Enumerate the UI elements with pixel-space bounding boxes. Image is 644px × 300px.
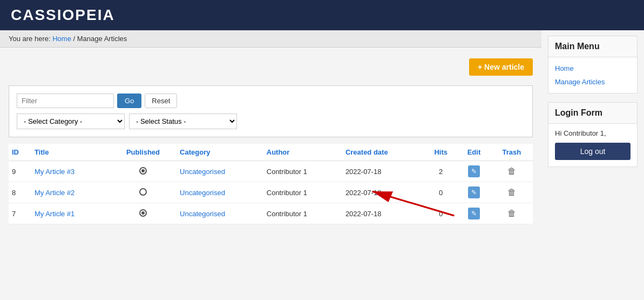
cell-edit: ✎ [457, 161, 490, 182]
article-title-link[interactable]: My Article #2 [35, 189, 74, 197]
breadcrumb-separator: / [73, 35, 77, 43]
filter-row-1: Go Reset [17, 94, 525, 108]
cell-hits: 0 [424, 182, 457, 203]
table-header-row: ID Title Published Category Author Creat… [9, 144, 533, 161]
main-menu-title: Main Menu [548, 36, 637, 57]
category-link[interactable]: Uncategorised [180, 168, 225, 176]
col-published: Published [110, 144, 177, 161]
col-hits: Hits [424, 144, 457, 161]
col-id: ID [9, 144, 31, 161]
edit-icon[interactable]: ✎ [468, 165, 480, 177]
main-content: You are here: Home / Manage Articles + N… [0, 30, 541, 230]
articles-table-wrapper: ID Title Published Category Author Creat… [9, 144, 533, 224]
cell-id: 7 [9, 203, 31, 224]
logout-button[interactable]: Log out [555, 143, 631, 160]
site-header: CASSIOPEIA [0, 0, 644, 30]
cell-edit: ✎ [457, 203, 490, 224]
cell-trash: 🗑 [491, 161, 533, 182]
published-indicator-filled [139, 167, 147, 175]
main-menu-section: Main Menu Home Manage Articles [548, 36, 638, 94]
cell-title: My Article #3 [31, 161, 110, 182]
trash-icon[interactable]: 🗑 [507, 188, 516, 197]
breadcrumb-prefix: You are here: [9, 35, 51, 43]
new-article-button[interactable]: + New article [469, 58, 533, 76]
login-form-section: Login Form Hi Contributor 1, Log out [548, 102, 638, 167]
go-button[interactable]: Go [117, 94, 141, 108]
published-indicator-filled [139, 209, 147, 217]
cell-created-date: 2022-07-18 [342, 182, 424, 203]
cell-trash: 🗑 [491, 182, 533, 203]
published-indicator-empty [139, 188, 147, 196]
articles-table: ID Title Published Category Author Creat… [9, 144, 533, 224]
col-edit: Edit [457, 144, 490, 161]
trash-icon[interactable]: 🗑 [507, 166, 516, 176]
table-row: 8My Article #2UncategorisedContributor 1… [9, 182, 533, 203]
cell-created-date: 2022-07-18 [342, 203, 424, 224]
col-title: Title [31, 144, 110, 161]
sidebar-item-manage-articles[interactable]: Manage Articles [548, 75, 637, 89]
cell-title: My Article #1 [31, 203, 110, 224]
main-menu-nav: Home Manage Articles [548, 57, 637, 93]
sidebar: Main Menu Home Manage Articles Login For… [541, 30, 644, 230]
toolbar: + New article [9, 53, 533, 81]
reset-button[interactable]: Reset [145, 94, 177, 108]
breadcrumb: You are here: Home / Manage Articles [0, 30, 541, 48]
cell-id: 9 [9, 161, 31, 182]
article-title-link[interactable]: My Article #3 [35, 168, 74, 176]
cell-edit: ✎ [457, 182, 490, 203]
col-author: Author [263, 144, 342, 161]
category-select[interactable]: - Select Category - [17, 114, 125, 129]
login-form-title: Login Form [548, 103, 637, 124]
col-category: Category [177, 144, 263, 161]
cell-category: Uncategorised [177, 182, 263, 203]
edit-icon[interactable]: ✎ [468, 186, 480, 198]
filter-box: Go Reset - Select Category - - Select St… [9, 85, 533, 137]
table-row: 7My Article #1UncategorisedContributor 1… [9, 203, 533, 224]
sidebar-item-home[interactable]: Home [548, 62, 637, 75]
table-row: 9My Article #3UncategorisedContributor 1… [9, 161, 533, 182]
filter-input[interactable] [17, 94, 114, 108]
cell-id: 8 [9, 182, 31, 203]
cell-published [110, 182, 177, 203]
category-link[interactable]: Uncategorised [180, 189, 225, 197]
cell-published [110, 161, 177, 182]
site-title: CASSIOPEIA [11, 6, 115, 23]
cell-author: Contributor 1 [263, 203, 342, 224]
breadcrumb-current: Manage Articles [77, 35, 127, 43]
content-area: + New article Go Reset - Select Category… [0, 48, 541, 230]
status-select[interactable]: - Select Status - [129, 114, 237, 129]
cell-title: My Article #2 [31, 182, 110, 203]
cell-hits: 2 [424, 161, 457, 182]
cell-created-date: 2022-07-18 [342, 161, 424, 182]
login-greeting: Hi Contributor 1, [548, 124, 637, 141]
cell-trash: 🗑 [491, 203, 533, 224]
filter-row-2: - Select Category - - Select Status - [17, 114, 525, 129]
page-layout: You are here: Home / Manage Articles + N… [0, 30, 644, 230]
col-created-date: Created date [342, 144, 424, 161]
breadcrumb-home[interactable]: Home [52, 35, 71, 43]
article-title-link[interactable]: My Article #1 [35, 210, 74, 218]
cell-hits: 0 [424, 203, 457, 224]
cell-author: Contributor 1 [263, 161, 342, 182]
cell-published [110, 203, 177, 224]
col-trash: Trash [491, 144, 533, 161]
trash-icon[interactable]: 🗑 [507, 209, 516, 218]
cell-author: Contributor 1 [263, 182, 342, 203]
category-link[interactable]: Uncategorised [180, 210, 225, 218]
edit-icon[interactable]: ✎ [468, 208, 480, 219]
cell-category: Uncategorised [177, 161, 263, 182]
cell-category: Uncategorised [177, 203, 263, 224]
